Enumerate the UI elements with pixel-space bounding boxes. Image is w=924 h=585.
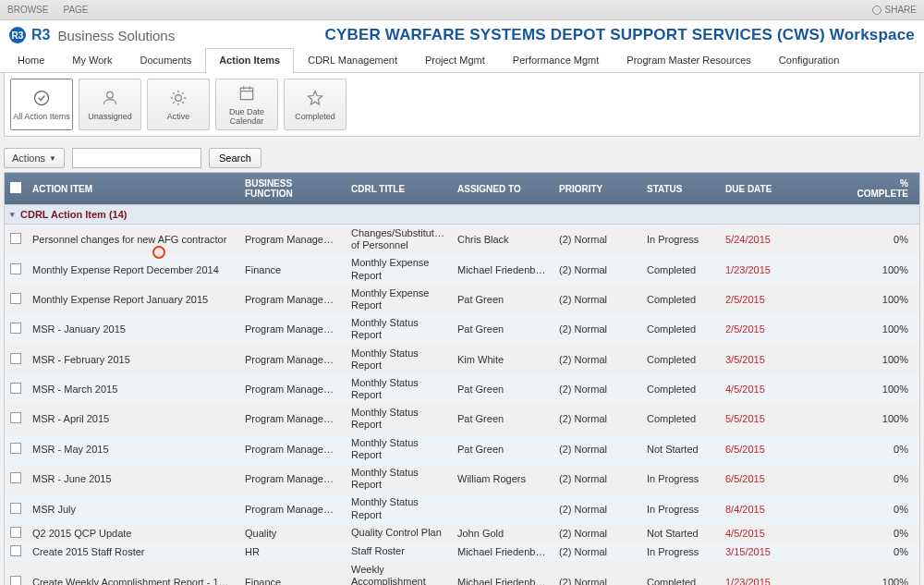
col-cdrl-title[interactable]: CDRL TITLE <box>346 178 452 200</box>
cell-status: In Progress <box>641 543 720 560</box>
gear-icon <box>168 88 188 108</box>
col-business-function[interactable]: BUSINESS FUNCTION <box>239 173 346 204</box>
cell-status: Completed <box>641 351 720 368</box>
row-checkbox[interactable] <box>10 233 21 244</box>
table-row[interactable]: Create Weekly Acomplishment Report - 11.… <box>5 561 919 585</box>
tab-configuration[interactable]: Configuration <box>765 48 853 73</box>
table-row[interactable]: MSR - June 2015Program ManagementMonthly… <box>5 464 919 494</box>
cell-status: Completed <box>641 574 720 585</box>
table-row[interactable]: MSR - January 2015Program ManagementMont… <box>5 314 919 344</box>
table-row[interactable]: Personnel changes for new AFG contractor… <box>5 225 919 254</box>
row-checkbox[interactable] <box>10 576 21 585</box>
ribbon-unassigned[interactable]: Unassigned <box>79 79 141 130</box>
col-pct-complete[interactable]: % COMPLETE <box>845 173 914 204</box>
tab-performance-mgmt[interactable]: Performance Mgmt <box>499 48 614 73</box>
cell-business-function: Program Management <box>239 470 346 487</box>
cell-action-item: Create 2015 Staff Roster <box>27 543 239 560</box>
ribbon-due-date-calendar[interactable]: Due Date Calendar <box>215 79 278 130</box>
col-status[interactable]: STATUS <box>641 178 720 200</box>
row-checkbox[interactable] <box>10 503 21 514</box>
cell-priority: (2) Normal <box>553 351 641 368</box>
cell-business-function: Program Management <box>239 351 346 368</box>
cell-pct-complete: 0% <box>845 470 914 487</box>
cell-due-date: 1/23/2015 <box>720 574 845 585</box>
cell-due-date: 5/24/2015 <box>720 231 845 248</box>
table-row[interactable]: Monthly Expense Report December 2014Fina… <box>5 254 919 284</box>
actions-dropdown[interactable]: Actions ▼ <box>4 148 65 168</box>
cell-due-date: 1/23/2015 <box>720 262 845 278</box>
search-button[interactable]: Search <box>209 148 261 168</box>
row-checkbox[interactable] <box>10 443 21 454</box>
cell-assigned-to: Michael Friedenberg <box>452 543 553 560</box>
svg-point-2 <box>176 95 182 102</box>
share-link[interactable]: SHARE <box>885 5 917 15</box>
tab-action-items[interactable]: Action Items <box>205 48 294 73</box>
share-icon[interactable] <box>872 6 881 15</box>
ribbon-completed[interactable]: Completed <box>284 79 346 130</box>
cell-cdrl-title: Changes/Substitutions of Personnel <box>346 225 452 254</box>
cell-action-item: MSR July <box>27 501 239 518</box>
tab-project-mgmt[interactable]: Project Mgmt <box>411 48 499 73</box>
select-all-checkbox[interactable] <box>10 182 21 193</box>
table-row[interactable]: Create 2015 Staff RosterHRStaff RosterMi… <box>5 542 919 561</box>
cell-business-function: Finance <box>239 574 346 585</box>
cell-status: Completed <box>641 410 720 427</box>
cell-business-function: Program Management <box>239 231 346 248</box>
row-checkbox[interactable] <box>10 383 21 394</box>
tab-master-resources[interactable]: Program Master Resources <box>613 48 765 73</box>
cell-priority: (2) Normal <box>553 321 641 337</box>
top-bar: BROWSE PAGE SHARE <box>0 0 924 20</box>
cell-business-function: HR <box>239 543 346 560</box>
tab-documents[interactable]: Documents <box>127 48 206 73</box>
cell-cdrl-title: Monthly Status Report <box>346 314 452 344</box>
row-checkbox[interactable] <box>10 263 21 274</box>
cell-action-item: Q2 2015 QCP Update <box>27 525 239 542</box>
page-tab[interactable]: PAGE <box>63 5 88 15</box>
cell-action-item: Monthly Expense Report December 2014 <box>27 262 239 278</box>
cell-due-date: 3/15/2015 <box>720 543 845 560</box>
tab-home[interactable]: Home <box>4 48 58 73</box>
table-row[interactable]: Monthly Expense Report January 2015Progr… <box>5 285 919 314</box>
cell-business-function: Program Management <box>239 410 346 427</box>
logo[interactable]: R3 R3 Business Solutions <box>9 27 175 43</box>
tab-cdrl-management[interactable]: CDRL Management <box>294 48 411 73</box>
table-row[interactable]: MSR - May 2015Program ManagementMonthly … <box>5 434 919 464</box>
ribbon-all-action-items[interactable]: All Action Items <box>10 79 73 130</box>
browse-tab[interactable]: BROWSE <box>7 5 48 15</box>
col-assigned-to[interactable]: ASSIGNED TO <box>452 178 553 200</box>
cell-priority: (2) Normal <box>553 291 641 308</box>
col-due-date[interactable]: DUE DATE <box>720 178 845 200</box>
table-row[interactable]: MSR JulyProgram ManagementMonthly Status… <box>5 494 919 523</box>
row-checkbox[interactable] <box>10 472 21 483</box>
tab-my-work[interactable]: My Work <box>58 48 126 73</box>
logo-icon: R3 <box>9 27 26 43</box>
table-row[interactable]: Q2 2015 QCP UpdateQualityQuality Control… <box>5 524 919 542</box>
page-title: CYBER WARFARE SYSTEMS DEPOT SUPPORT SERV… <box>324 26 915 44</box>
cell-cdrl-title: Monthly Status Report <box>346 434 452 464</box>
cell-priority: (2) Normal <box>553 543 641 560</box>
row-checkbox[interactable] <box>10 293 21 304</box>
col-action-item[interactable]: ACTION ITEM <box>27 178 239 200</box>
cell-assigned-to <box>452 506 553 512</box>
row-checkbox[interactable] <box>10 527 21 538</box>
cell-cdrl-title: Monthly Status Report <box>346 494 452 523</box>
search-input[interactable] <box>72 148 201 168</box>
svg-rect-3 <box>240 88 252 100</box>
table-row[interactable]: MSR - February 2015Program ManagementMon… <box>5 345 919 374</box>
table-row[interactable]: MSR - March 2015Program ManagementMonthl… <box>5 374 919 404</box>
cell-action-item: MSR - March 2015 <box>27 381 239 397</box>
row-checkbox[interactable] <box>10 353 21 364</box>
row-checkbox[interactable] <box>10 545 21 556</box>
cell-pct-complete: 100% <box>845 574 914 585</box>
star-icon <box>305 88 325 108</box>
cell-due-date: 4/5/2015 <box>720 381 845 397</box>
ribbon-active[interactable]: Active <box>147 79 210 130</box>
svg-point-0 <box>35 91 49 105</box>
col-priority[interactable]: PRIORITY <box>553 178 641 200</box>
cell-due-date: 3/5/2015 <box>720 351 845 368</box>
row-checkbox[interactable] <box>10 323 21 334</box>
row-checkbox[interactable] <box>10 412 21 423</box>
group-cdrl-action-item[interactable]: ▾ CDRL Action Item (14) <box>5 204 919 225</box>
table-row[interactable]: MSR - April 2015Program ManagementMonthl… <box>5 404 919 433</box>
cell-assigned-to: Michael Friedenberg <box>452 262 553 278</box>
